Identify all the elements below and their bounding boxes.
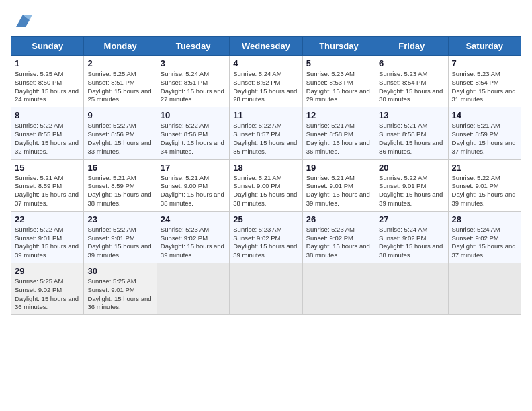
weekday-header-saturday: Saturday — [448, 37, 521, 56]
day-info: Sunrise: 5:21 AM Sunset: 8:59 PM Dayligh… — [15, 174, 80, 208]
calendar-cell: 1 Sunrise: 5:25 AM Sunset: 8:50 PM Dayli… — [11, 56, 84, 107]
calendar-body: 1 Sunrise: 5:25 AM Sunset: 8:50 PM Dayli… — [11, 56, 521, 315]
calendar-cell: 12 Sunrise: 5:21 AM Sunset: 8:58 PM Dayl… — [302, 107, 375, 159]
day-number: 29 — [15, 266, 80, 276]
calendar-cell: 25 Sunrise: 5:23 AM Sunset: 9:02 PM Dayl… — [230, 211, 302, 263]
day-number: 3 — [161, 58, 226, 68]
calendar-cell: 27 Sunrise: 5:24 AM Sunset: 9:02 PM Dayl… — [375, 211, 448, 263]
calendar-cell: 2 Sunrise: 5:25 AM Sunset: 8:51 PM Dayli… — [84, 56, 157, 107]
calendar-cell: 16 Sunrise: 5:21 AM Sunset: 8:59 PM Dayl… — [84, 159, 157, 211]
day-number: 20 — [379, 163, 444, 173]
day-number: 11 — [233, 110, 298, 120]
day-number: 19 — [306, 163, 371, 173]
day-info: Sunrise: 5:23 AM Sunset: 9:02 PM Dayligh… — [306, 226, 371, 260]
calendar-cell: 28 Sunrise: 5:24 AM Sunset: 9:02 PM Dayl… — [448, 211, 521, 263]
calendar-cell: 13 Sunrise: 5:21 AM Sunset: 8:58 PM Dayl… — [375, 107, 448, 159]
calendar-cell: 9 Sunrise: 5:22 AM Sunset: 8:56 PM Dayli… — [84, 107, 157, 159]
calendar-cell: 18 Sunrise: 5:21 AM Sunset: 9:00 PM Dayl… — [230, 159, 302, 211]
day-number: 25 — [233, 214, 298, 224]
day-info: Sunrise: 5:21 AM Sunset: 8:58 PM Dayligh… — [379, 122, 444, 156]
day-number: 5 — [306, 58, 371, 68]
day-info: Sunrise: 5:23 AM Sunset: 9:02 PM Dayligh… — [161, 226, 226, 260]
day-number: 9 — [87, 110, 152, 120]
day-info: Sunrise: 5:25 AM Sunset: 8:50 PM Dayligh… — [15, 70, 80, 104]
day-number: 23 — [87, 214, 152, 224]
day-number: 4 — [233, 58, 298, 68]
calendar-cell: 22 Sunrise: 5:22 AM Sunset: 9:01 PM Dayl… — [11, 211, 84, 263]
day-info: Sunrise: 5:22 AM Sunset: 9:01 PM Dayligh… — [15, 226, 80, 260]
day-info: Sunrise: 5:23 AM Sunset: 8:54 PM Dayligh… — [452, 70, 517, 104]
weekday-header-sunday: Sunday — [11, 37, 84, 56]
day-info: Sunrise: 5:24 AM Sunset: 8:51 PM Dayligh… — [161, 70, 226, 104]
day-number: 21 — [452, 163, 517, 173]
calendar-cell: 3 Sunrise: 5:24 AM Sunset: 8:51 PM Dayli… — [157, 56, 229, 107]
day-number: 6 — [379, 58, 444, 68]
calendar-cell: 19 Sunrise: 5:21 AM Sunset: 9:01 PM Dayl… — [302, 159, 375, 211]
calendar-cell — [157, 263, 229, 315]
calendar-cell: 23 Sunrise: 5:22 AM Sunset: 9:01 PM Dayl… — [84, 211, 157, 263]
weekday-header-wednesday: Wednesday — [230, 37, 302, 56]
day-info: Sunrise: 5:23 AM Sunset: 8:53 PM Dayligh… — [306, 70, 371, 104]
day-number: 15 — [15, 163, 80, 173]
calendar-cell: 29 Sunrise: 5:25 AM Sunset: 9:02 PM Dayl… — [11, 263, 84, 315]
day-number: 28 — [452, 214, 517, 224]
day-number: 27 — [379, 214, 444, 224]
day-info: Sunrise: 5:21 AM Sunset: 9:01 PM Dayligh… — [306, 174, 371, 208]
calendar-cell: 20 Sunrise: 5:22 AM Sunset: 9:01 PM Dayl… — [375, 159, 448, 211]
logo-icon — [13, 11, 32, 30]
calendar-cell: 24 Sunrise: 5:23 AM Sunset: 9:02 PM Dayl… — [157, 211, 229, 263]
day-number: 8 — [15, 110, 80, 120]
day-info: Sunrise: 5:22 AM Sunset: 8:56 PM Dayligh… — [87, 122, 152, 156]
day-number: 18 — [233, 163, 298, 173]
calendar-cell — [375, 263, 448, 315]
calendar-week-3: 15 Sunrise: 5:21 AM Sunset: 8:59 PM Dayl… — [11, 159, 521, 211]
calendar-cell: 15 Sunrise: 5:21 AM Sunset: 8:59 PM Dayl… — [11, 159, 84, 211]
calendar-week-5: 29 Sunrise: 5:25 AM Sunset: 9:02 PM Dayl… — [11, 263, 521, 315]
calendar-cell: 4 Sunrise: 5:24 AM Sunset: 8:52 PM Dayli… — [230, 56, 302, 107]
day-number: 24 — [161, 214, 226, 224]
day-number: 16 — [87, 163, 152, 173]
calendar-cell: 8 Sunrise: 5:22 AM Sunset: 8:55 PM Dayli… — [11, 107, 84, 159]
day-info: Sunrise: 5:22 AM Sunset: 8:57 PM Dayligh… — [233, 122, 298, 156]
page-header — [11, 11, 521, 30]
day-number: 1 — [15, 58, 80, 68]
day-info: Sunrise: 5:22 AM Sunset: 9:01 PM Dayligh… — [452, 174, 517, 208]
day-info: Sunrise: 5:23 AM Sunset: 8:54 PM Dayligh… — [379, 70, 444, 104]
day-info: Sunrise: 5:22 AM Sunset: 9:01 PM Dayligh… — [87, 226, 152, 260]
calendar-cell: 7 Sunrise: 5:23 AM Sunset: 8:54 PM Dayli… — [448, 56, 521, 107]
calendar-cell: 21 Sunrise: 5:22 AM Sunset: 9:01 PM Dayl… — [448, 159, 521, 211]
weekday-header-tuesday: Tuesday — [157, 37, 229, 56]
weekday-header-row: SundayMondayTuesdayWednesdayThursdayFrid… — [11, 37, 521, 56]
calendar-week-1: 1 Sunrise: 5:25 AM Sunset: 8:50 PM Dayli… — [11, 56, 521, 107]
day-info: Sunrise: 5:21 AM Sunset: 9:00 PM Dayligh… — [233, 174, 298, 208]
logo — [11, 11, 32, 30]
day-number: 7 — [452, 58, 517, 68]
calendar-cell: 26 Sunrise: 5:23 AM Sunset: 9:02 PM Dayl… — [302, 211, 375, 263]
day-number: 2 — [87, 58, 152, 68]
day-info: Sunrise: 5:24 AM Sunset: 9:02 PM Dayligh… — [379, 226, 444, 260]
calendar-cell: 5 Sunrise: 5:23 AM Sunset: 8:53 PM Dayli… — [302, 56, 375, 107]
calendar-cell: 6 Sunrise: 5:23 AM Sunset: 8:54 PM Dayli… — [375, 56, 448, 107]
day-info: Sunrise: 5:21 AM Sunset: 8:58 PM Dayligh… — [306, 122, 371, 156]
calendar-cell: 17 Sunrise: 5:21 AM Sunset: 9:00 PM Dayl… — [157, 159, 229, 211]
day-info: Sunrise: 5:21 AM Sunset: 8:59 PM Dayligh… — [452, 122, 517, 156]
calendar-table: SundayMondayTuesdayWednesdayThursdayFrid… — [11, 36, 521, 315]
day-info: Sunrise: 5:22 AM Sunset: 9:01 PM Dayligh… — [379, 174, 444, 208]
day-info: Sunrise: 5:25 AM Sunset: 9:02 PM Dayligh… — [15, 277, 80, 312]
day-info: Sunrise: 5:25 AM Sunset: 9:01 PM Dayligh… — [87, 277, 152, 312]
calendar-week-2: 8 Sunrise: 5:22 AM Sunset: 8:55 PM Dayli… — [11, 107, 521, 159]
day-number: 12 — [306, 110, 371, 120]
day-info: Sunrise: 5:22 AM Sunset: 8:55 PM Dayligh… — [15, 122, 80, 156]
day-info: Sunrise: 5:21 AM Sunset: 8:59 PM Dayligh… — [87, 174, 152, 208]
calendar-cell — [302, 263, 375, 315]
day-info: Sunrise: 5:25 AM Sunset: 8:51 PM Dayligh… — [87, 70, 152, 104]
weekday-header-monday: Monday — [84, 37, 157, 56]
day-number: 26 — [306, 214, 371, 224]
day-number: 30 — [87, 266, 152, 276]
calendar-cell: 10 Sunrise: 5:22 AM Sunset: 8:56 PM Dayl… — [157, 107, 229, 159]
weekday-header-thursday: Thursday — [302, 37, 375, 56]
calendar-cell: 14 Sunrise: 5:21 AM Sunset: 8:59 PM Dayl… — [448, 107, 521, 159]
day-info: Sunrise: 5:24 AM Sunset: 9:02 PM Dayligh… — [452, 226, 517, 260]
calendar-week-4: 22 Sunrise: 5:22 AM Sunset: 9:01 PM Dayl… — [11, 211, 521, 263]
day-number: 13 — [379, 110, 444, 120]
